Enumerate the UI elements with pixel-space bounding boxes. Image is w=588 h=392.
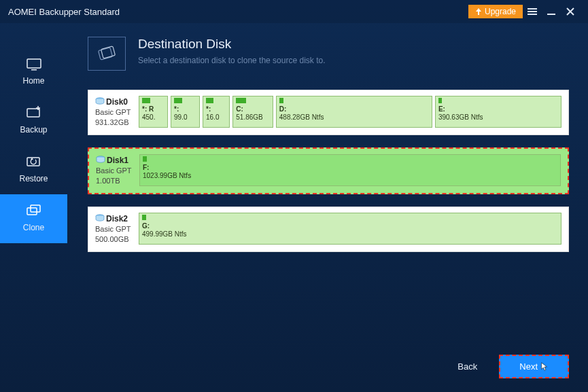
sidebar-item-clone[interactable]: Clone <box>0 194 67 243</box>
svg-rect-1 <box>528 11 537 12</box>
partition-row: G:499.99GB Ntfs <box>139 213 561 245</box>
sidebar-item-restore[interactable]: Restore <box>0 145 67 194</box>
sidebar-item-backup[interactable]: Backup <box>0 96 67 145</box>
sidebar-label: Home <box>22 76 44 86</box>
svg-rect-3 <box>547 14 555 15</box>
disk-card[interactable]: Disk1Basic GPT1.00TBF:1023.99GB Ntfs <box>88 147 569 194</box>
partition: *:99.0 <box>171 96 200 128</box>
partition-row: *: R450.*:99.0*:16.0C:51.86GBD:488.28GB … <box>139 96 561 128</box>
disk-card[interactable]: Disk2Basic GPT500.00GBG:499.99GB Ntfs <box>88 207 569 252</box>
page-title: Destination Disk <box>138 37 326 52</box>
next-button[interactable]: Next <box>499 355 569 378</box>
minimize-button[interactable] <box>542 3 561 20</box>
upgrade-label: Upgrade <box>485 7 516 16</box>
partition-row: F:1023.99GB Ntfs <box>139 154 561 186</box>
main-panel: Destination Disk Select a destination di… <box>67 23 588 392</box>
menu-icon[interactable] <box>523 3 542 20</box>
svg-rect-8 <box>27 208 37 215</box>
partition: E:390.63GB Ntfs <box>435 96 561 128</box>
monitor-icon <box>26 57 42 72</box>
partition: C:51.86GB <box>232 96 273 128</box>
svg-rect-4 <box>27 59 41 68</box>
disk-info: Disk1Basic GPT1.00TB <box>96 154 134 186</box>
svg-rect-2 <box>528 14 537 15</box>
clone-icon <box>26 204 42 219</box>
svg-rect-5 <box>31 69 37 71</box>
title-bar: AOMEI Backupper Standard Upgrade <box>0 0 588 23</box>
upgrade-icon <box>475 8 482 15</box>
partition: F:1023.99GB Ntfs <box>139 154 561 186</box>
svg-rect-9 <box>31 205 40 212</box>
upgrade-button[interactable]: Upgrade <box>468 5 523 18</box>
sidebar-item-home[interactable]: Home <box>0 48 67 96</box>
sidebar-label: Restore <box>19 174 48 183</box>
cursor-icon <box>540 362 549 372</box>
restore-icon <box>26 155 42 170</box>
disk-info: Disk0Basic GPT931.32GB <box>95 96 133 128</box>
sidebar-label: Clone <box>23 223 44 232</box>
footer: Back Next <box>449 355 569 378</box>
page-subtitle: Select a destination disk to clone the s… <box>138 56 326 65</box>
sidebar-label: Backup <box>20 125 47 135</box>
sidebar: Home Backup Restore Clone <box>0 23 67 392</box>
disk-card[interactable]: Disk0Basic GPT931.32GB*: R450.*:99.0*:16… <box>88 90 569 135</box>
backup-icon <box>26 106 42 121</box>
destination-disk-icon <box>88 37 126 71</box>
back-button[interactable]: Back <box>449 356 485 377</box>
disk-list: Disk0Basic GPT931.32GB*: R450.*:99.0*:16… <box>88 90 569 252</box>
partition: G:499.99GB Ntfs <box>139 213 561 245</box>
page-header: Destination Disk Select a destination di… <box>88 37 569 71</box>
partition: *:16.0 <box>203 96 230 128</box>
close-button[interactable] <box>561 3 580 20</box>
app-title: AOMEI Backupper Standard <box>8 7 468 17</box>
svg-rect-0 <box>528 8 537 10</box>
disk-info: Disk2Basic GPT500.00GB <box>95 213 133 245</box>
partition: D:488.28GB Ntfs <box>276 96 432 128</box>
partition: *: R450. <box>139 96 168 128</box>
next-label: Next <box>519 361 538 372</box>
